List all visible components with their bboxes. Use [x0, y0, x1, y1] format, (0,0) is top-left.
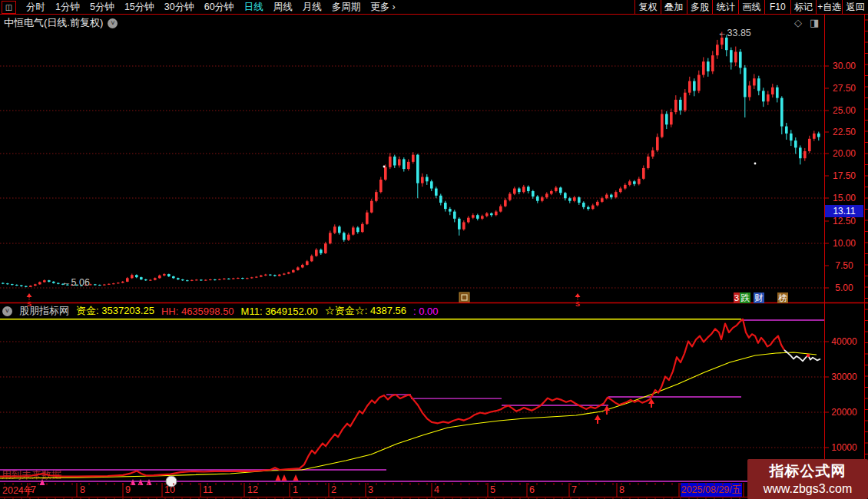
- indicator-value: : 0.00: [413, 306, 439, 317]
- badge-跌[interactable]: 跌: [740, 292, 750, 303]
- chevron-down-icon[interactable]: ˅: [2, 306, 12, 316]
- watermark-box: 指标公式网 www.zbgs3.com: [747, 459, 868, 499]
- watermark-url: www.zbgs3.com: [747, 482, 868, 496]
- indicator-value: HH: 4635998.50: [161, 306, 234, 317]
- indicator-header: ˅ 股朋指标网 资金: 3537203.25HH: 4635998.50M11:…: [2, 305, 439, 317]
- indicator-value: 资金: 3537203.25: [76, 304, 154, 318]
- svg-text:S: S: [575, 300, 580, 308]
- badge-榜[interactable]: 榜: [777, 292, 788, 303]
- watermark-title: 指标公式网: [747, 461, 868, 481]
- indicator-value: M11: 3649152.00: [241, 306, 318, 317]
- badge-3[interactable]: 3: [734, 292, 740, 303]
- price-annotation: ←33.85: [717, 28, 751, 38]
- indicator-name: 股朋指标网: [19, 304, 69, 318]
- app-window: SS ◫ 分时1分钟5分钟15分钟30分钟60分钟日线周线月线多周期更多 › 复…: [0, 0, 868, 499]
- badge-财[interactable]: 财: [754, 292, 764, 303]
- chart-canvas: SS: [0, 0, 868, 499]
- indicator-value: ☆资金☆: 4387.56: [325, 304, 406, 318]
- price-annotation: ←5.06: [61, 277, 90, 288]
